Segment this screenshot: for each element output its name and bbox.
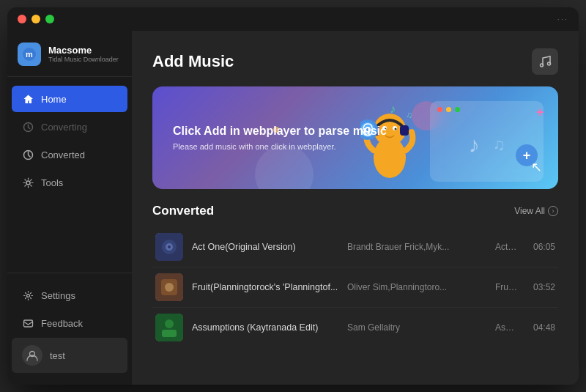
svg-point-5 [26, 294, 29, 297]
sidebar: m Macsome Tidal Music Downloader Home [7, 31, 132, 385]
main-content: Add Music Click Add in webplayer to pars… [132, 31, 579, 385]
banner-subtitle: Please add music with one click in webpl… [173, 142, 387, 151]
banner-title: Click Add in webplayer to parse music [173, 125, 387, 138]
app-name-block: Macsome Tidal Music Downloader [48, 45, 119, 64]
track-thumbnail [155, 314, 183, 341]
banner: Click Add in webplayer to parse music Pl… [152, 86, 558, 189]
sidebar-item-tools[interactable]: Tools [12, 169, 127, 196]
sidebar-item-converting: Converting [12, 114, 127, 140]
main-header: Add Music [132, 31, 579, 86]
feedback-icon [22, 317, 34, 329]
feedback-label: Feedback [41, 318, 83, 329]
user-avatar [22, 345, 42, 366]
tools-icon [22, 177, 34, 188]
sidebar-bottom: Settings Feedback [7, 273, 132, 385]
sidebar-item-settings[interactable]: Settings [12, 282, 127, 308]
music-icon-button[interactable] [532, 48, 558, 75]
track-name: Assumptions (Kaytranada Edit) [192, 322, 338, 333]
app-header: m Macsome Tidal Music Downloader [7, 31, 132, 77]
section-title: Converted [152, 204, 214, 218]
view-all-label: View All [514, 206, 545, 216]
maximize-button[interactable] [45, 15, 54, 23]
user-profile[interactable]: test [12, 338, 127, 373]
sidebar-item-converted[interactable]: Converted [12, 141, 127, 168]
track-album: Act One [495, 242, 519, 252]
section-header: Converted View All › [152, 204, 558, 218]
track-artist: Oliver Sim,Planningtoro... [347, 282, 486, 292]
traffic-lights [18, 15, 54, 23]
svg-rect-31 [162, 330, 177, 337]
track-row[interactable]: Assumptions (Kaytranada Edit) Sam Gellai… [152, 308, 558, 347]
view-all-chevron-icon: › [548, 206, 558, 216]
track-album: Fruit (Plannin... [495, 282, 519, 292]
track-duration: 06:05 [527, 242, 555, 252]
page-title: Add Music [152, 52, 234, 71]
svg-point-28 [165, 283, 174, 292]
home-label: Home [41, 94, 67, 105]
titlebar: ··· [7, 7, 579, 31]
track-name: Fruit(Planningtorock's 'Planningtof... [192, 282, 338, 292]
app-window: ··· m Macsome Tidal Music Downloader [7, 7, 579, 385]
app-logo: m [18, 42, 41, 66]
track-list: Act One(Original Version) Brandt Brauer … [152, 227, 558, 347]
home-icon [22, 93, 34, 105]
track-artist: Sam Gellaitry [347, 322, 486, 333]
track-artist: Brandt Brauer Frick,Myk... [347, 242, 486, 252]
close-button[interactable] [18, 15, 26, 23]
track-thumbnail [155, 273, 183, 301]
svg-rect-6 [23, 320, 32, 327]
app-name: Macsome [48, 45, 119, 56]
settings-icon [22, 289, 34, 301]
svg-point-8 [541, 64, 544, 67]
minimize-button[interactable] [31, 15, 40, 23]
svg-point-4 [26, 181, 30, 185]
converted-section: Converted View All › Act One(Original Ve… [152, 204, 558, 385]
track-duration: 04:48 [527, 322, 555, 333]
app-subtitle: Tidal Music Downloader [48, 56, 119, 64]
svg-point-9 [548, 62, 551, 65]
converted-icon [22, 149, 34, 160]
track-name: Act One(Original Version) [192, 242, 338, 252]
tools-label: Tools [41, 177, 63, 188]
svg-text:m: m [26, 50, 33, 59]
banner-decoration-1 [255, 145, 314, 189]
sidebar-item-feedback[interactable]: Feedback [12, 310, 127, 336]
content-area: m Macsome Tidal Music Downloader Home [7, 31, 579, 385]
view-all-button[interactable]: View All › [514, 206, 558, 216]
converting-icon [22, 121, 34, 133]
svg-point-30 [165, 319, 174, 328]
sidebar-item-home[interactable]: Home [12, 86, 127, 112]
settings-label: Settings [41, 290, 75, 301]
converted-label: Converted [41, 149, 85, 160]
track-thumbnail [155, 233, 183, 261]
svg-point-25 [168, 245, 171, 248]
converting-label: Converting [41, 122, 87, 133]
menu-dots: ··· [557, 15, 568, 23]
track-row[interactable]: Fruit(Planningtorock's 'Planningtof... O… [152, 267, 558, 308]
user-name: test [50, 350, 65, 361]
track-duration: 03:52 [527, 282, 555, 292]
track-album: Assumptions ... [495, 322, 519, 333]
banner-text: Click Add in webplayer to parse music Pl… [152, 125, 407, 151]
track-row[interactable]: Act One(Original Version) Brandt Brauer … [152, 227, 558, 267]
sidebar-nav: Home Converting [7, 77, 132, 273]
